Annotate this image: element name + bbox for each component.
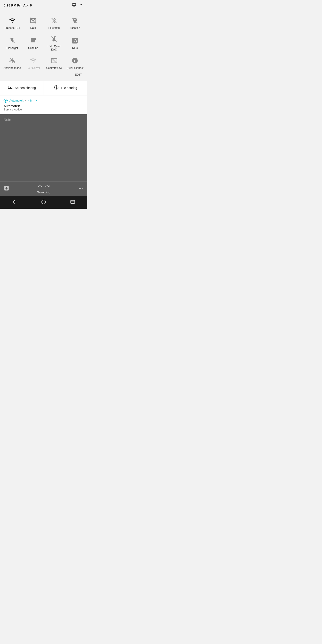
- bottom-toolbar: Searching: [0, 181, 87, 196]
- svg-rect-11: [71, 200, 75, 204]
- edit-row: EDIT: [2, 72, 86, 79]
- note-placeholder: Note: [4, 118, 11, 122]
- notif-time: 43m: [28, 99, 33, 102]
- qs-tcp[interactable]: TCP Server: [23, 54, 44, 72]
- searching-label: Searching: [37, 190, 50, 194]
- qs-flashlight-label: Flashlight: [6, 46, 18, 50]
- qs-comfort-label: Comfort view: [46, 66, 62, 70]
- notif-dot: •: [25, 99, 26, 102]
- gear-icon[interactable]: [72, 2, 76, 8]
- qs-bluetooth[interactable]: Bluetooth: [44, 14, 64, 32]
- qs-hifi-label: Hi-Fi Quad DAC: [44, 45, 64, 51]
- screen-sharing-button[interactable]: Screen sharing: [0, 81, 44, 95]
- location-icon: [71, 16, 79, 24]
- qs-wifi-label: Frederic-104: [5, 26, 20, 30]
- home-button[interactable]: [41, 199, 46, 206]
- data-icon: [29, 16, 37, 24]
- notif-app-name: AutomateIt: [10, 99, 24, 102]
- quick-settings-panel: Frederic-104 Data Bluetooth: [0, 10, 87, 81]
- qs-data[interactable]: Data: [23, 14, 44, 32]
- file-sharing-icon: [54, 85, 59, 91]
- file-sharing-label: File sharing: [61, 86, 77, 90]
- qs-airplane-label: Airplane mode: [4, 66, 21, 70]
- qs-caffeine-label: Caffeine: [28, 46, 38, 50]
- recents-button[interactable]: [70, 199, 75, 206]
- comfort-view-icon: [50, 56, 58, 64]
- qs-quickconnect[interactable]: Quick connect: [64, 54, 86, 72]
- file-sharing-button[interactable]: File sharing: [44, 81, 88, 95]
- redo-button[interactable]: [45, 184, 50, 190]
- tcp-icon: [29, 56, 37, 64]
- qs-location[interactable]: Location: [64, 14, 86, 32]
- nfc-icon: [71, 37, 79, 45]
- qs-location-label: Location: [70, 26, 80, 30]
- undo-button[interactable]: [37, 184, 42, 190]
- svg-point-9: [5, 100, 6, 102]
- qs-data-label: Data: [30, 26, 36, 30]
- status-bar: 5:28 PM Fri, Apr 6: [0, 0, 87, 10]
- notif-header: AutomateIt • 43m: [4, 98, 84, 103]
- status-time: 5:28 PM Fri, Apr 6: [4, 3, 32, 7]
- notification-card[interactable]: AutomateIt • 43m AutomateIt Service Acti…: [0, 96, 87, 114]
- qs-hifi[interactable]: Hi-Fi Quad DAC: [44, 32, 64, 54]
- svg-line-7: [52, 58, 57, 63]
- qs-bluetooth-label: Bluetooth: [48, 26, 60, 30]
- wifi-icon: [8, 16, 16, 24]
- note-area[interactable]: Note: [0, 114, 87, 181]
- qs-nfc-label: NFC: [72, 46, 78, 50]
- more-options-button[interactable]: [78, 185, 84, 192]
- airplane-icon: [8, 56, 16, 64]
- qs-grid: Frederic-104 Data Bluetooth: [2, 14, 86, 72]
- back-button[interactable]: [12, 199, 17, 206]
- qs-caffeine[interactable]: Caffeine: [23, 32, 44, 54]
- toolbar-center: Searching: [37, 184, 50, 194]
- hifi-icon: [50, 35, 58, 43]
- screen-sharing-label: Screen sharing: [15, 86, 36, 90]
- add-button[interactable]: [4, 185, 10, 192]
- undo-redo-group: [37, 184, 50, 190]
- qs-comfort[interactable]: Comfort view: [44, 54, 64, 72]
- notif-chevron-icon: [35, 98, 38, 103]
- status-right: [72, 2, 84, 8]
- action-bar: Screen sharing File sharing: [0, 81, 87, 95]
- bluetooth-icon: [50, 16, 58, 24]
- qs-flashlight[interactable]: Flashlight: [2, 32, 23, 54]
- qs-nfc[interactable]: NFC: [64, 32, 86, 54]
- nav-bar: [0, 196, 87, 209]
- automateit-app-icon: [4, 98, 8, 103]
- svg-point-10: [42, 200, 46, 204]
- notif-subtitle: Service Active: [4, 108, 84, 111]
- flashlight-icon: [8, 37, 16, 45]
- collapse-icon[interactable]: [79, 2, 84, 8]
- quickconnect-icon: [71, 56, 79, 64]
- qs-wifi[interactable]: Frederic-104: [2, 14, 23, 32]
- screen-sharing-icon: [8, 85, 12, 91]
- caffeine-icon: [29, 37, 37, 45]
- qs-quickconnect-label: Quick connect: [66, 66, 84, 70]
- edit-button[interactable]: EDIT: [75, 73, 82, 76]
- qs-tcp-label: TCP Server: [26, 66, 40, 70]
- notif-title: AutomateIt: [4, 104, 84, 108]
- qs-airplane[interactable]: Airplane mode: [2, 54, 23, 72]
